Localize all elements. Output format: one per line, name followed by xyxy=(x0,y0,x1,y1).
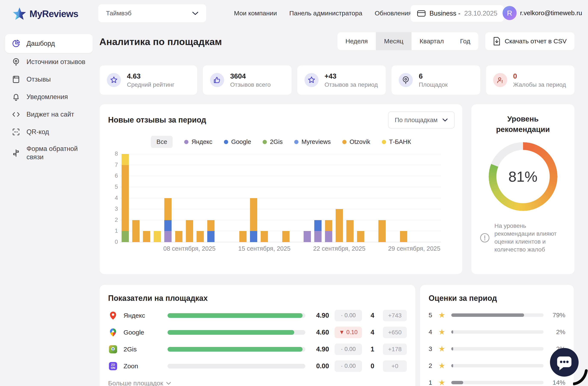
legend-dot xyxy=(382,140,386,144)
stat-card: +43Отзывов за период xyxy=(297,65,386,95)
platform-name: Google xyxy=(124,329,162,336)
stat-card: 0Жалобы за период xyxy=(486,65,575,95)
sidebar-item-qr-scan[interactable]: QR-код xyxy=(5,123,93,140)
plan-badge[interactable]: Business - 23.10.2025 xyxy=(411,5,504,22)
nav-link-admin-panel[interactable]: Панель администратора xyxy=(289,10,362,17)
rating-distribution-bar xyxy=(451,364,544,367)
rating-distribution-bar xyxy=(451,381,544,384)
rating-row-1-stars: 1★14% xyxy=(429,374,565,386)
sidebar-item-label: Уведомления xyxy=(26,93,68,101)
period-tab-год[interactable]: Год xyxy=(452,32,478,50)
legend-label: Яндекс xyxy=(191,138,212,145)
google-icon xyxy=(108,328,118,337)
platform-rating: 4.90 xyxy=(311,312,329,319)
legend-item-2gis[interactable]: 2Gis xyxy=(263,138,283,145)
gridline xyxy=(120,154,441,154)
period-tab-квартал[interactable]: Квартал xyxy=(412,32,452,50)
recommendation-note-text: На уровень рекомендации влияют оценки кл… xyxy=(494,222,567,254)
y-axis-tick: 0 xyxy=(115,239,118,245)
company-selector[interactable]: Таймвэб xyxy=(98,4,206,22)
platform-name: Zoon xyxy=(124,363,162,370)
y-axis-tick: 1 xyxy=(115,228,118,234)
platform-row-yandex: Яндекс4.90·0.004+743 xyxy=(108,307,407,324)
star-icon: ★ xyxy=(439,345,447,353)
platforms-rows: Яндекс4.90·0.004+743Google4.60▼0.104+650… xyxy=(108,307,407,374)
bar-segment-otzovik xyxy=(186,220,193,242)
2gis-icon xyxy=(108,344,118,354)
download-csv-button[interactable]: Скачать отчет в CSV xyxy=(485,32,575,50)
bar-segment-яндекс xyxy=(164,231,171,242)
legend-label: Google xyxy=(231,138,251,145)
star-icon: ★ xyxy=(439,379,447,386)
stat-value: 4.63 xyxy=(127,72,175,80)
nav-link-updates[interactable]: Обновления xyxy=(375,10,412,17)
legend-item-google[interactable]: Google xyxy=(224,138,251,145)
platform-row-2gis: 2Gis4.90·0.001+178 xyxy=(108,341,407,358)
bar-segment-т-банк xyxy=(154,231,161,242)
stat-card: 3604Отзывов всего xyxy=(203,65,292,95)
bar-segment-2gis xyxy=(122,231,129,242)
credit-card-icon xyxy=(417,10,426,17)
company-selector-value: Таймвэб xyxy=(106,10,131,17)
gridline xyxy=(120,165,441,165)
rating-bar xyxy=(168,347,305,352)
gridline xyxy=(120,176,441,176)
legend-item-otzovik[interactable]: Otzovik xyxy=(342,138,370,145)
legend-item-myreviews[interactable]: Myreviews xyxy=(294,138,331,145)
bar-segment-otzovik xyxy=(378,220,386,242)
plan-name: Business - xyxy=(429,10,461,17)
reviews-added-badge: +743 xyxy=(383,310,407,321)
sidebar-item-label: Дашборд xyxy=(26,39,55,48)
legend-item-яндекс[interactable]: Яндекс xyxy=(184,138,212,145)
nav-link-my-companies[interactable]: Мои компании xyxy=(234,10,277,17)
ratings-rows: 5★79%4★2%3★2%2★1★14% xyxy=(429,307,565,386)
sidebar-item-pie-chart[interactable]: Дашборд xyxy=(5,34,93,53)
legend-item-т-банк[interactable]: Т-БАНК xyxy=(382,138,411,145)
legend-filter-all[interactable]: Все xyxy=(151,136,173,148)
platform-name: Яндекс xyxy=(124,312,162,319)
stat-card: 4.63Средний рейтинг xyxy=(99,65,197,95)
more-platforms-link[interactable]: Больше площадок xyxy=(108,380,407,386)
download-csv-label: Скачать отчет в CSV xyxy=(505,38,567,45)
bar-segment-otzovik xyxy=(261,231,268,242)
bar-segment-otzovik xyxy=(132,220,140,242)
bar-segment-otzovik xyxy=(239,231,247,242)
star-icon: ★ xyxy=(439,311,447,319)
rating-bar xyxy=(168,330,305,335)
yandex-icon xyxy=(108,311,118,320)
star-count: 2 xyxy=(429,362,435,369)
user-email[interactable]: r.velkoro@timeweb.ru xyxy=(520,9,582,17)
sidebar-item-reviews-book[interactable]: Отзывы xyxy=(5,71,93,88)
rating-distribution-bar xyxy=(451,330,544,334)
reviews-count: 0 xyxy=(368,362,377,370)
sidebar-item-location-pin[interactable]: Источники отзывов xyxy=(5,53,93,70)
star-count: 4 xyxy=(429,328,435,336)
bar-segment-яндекс xyxy=(304,231,311,242)
stat-label: Площадок xyxy=(419,81,448,88)
group-by-dropdown[interactable]: По площадкам xyxy=(388,112,455,129)
chevron-down-icon xyxy=(166,382,171,385)
recommendation-title: Уровень рекомендации xyxy=(471,114,575,135)
sidebar-item-code[interactable]: Виджет на сайт xyxy=(5,106,93,123)
period-tab-неделя[interactable]: Неделя xyxy=(337,32,376,50)
legend-label: 2Gis xyxy=(270,138,283,145)
sidebar-item-label: QR-код xyxy=(26,128,49,136)
reviews-chart-card: Новые отзывы за период По площадкам ВсеЯ… xyxy=(99,104,462,274)
stat-value: 3604 xyxy=(230,72,271,80)
avatar[interactable]: R xyxy=(503,6,517,20)
legend-label: Otzovik xyxy=(350,138,370,145)
period-tab-месяц[interactable]: Месяц xyxy=(376,32,411,50)
rating-row-3-stars: 3★2% xyxy=(429,340,565,357)
bar-segment-otzovik xyxy=(143,231,150,242)
bar-segment-otzovik xyxy=(175,231,183,242)
sidebar-item-bell[interactable]: Уведомления xyxy=(5,88,93,105)
corner-arc-decoration xyxy=(573,368,588,386)
bar-segment-otzovik xyxy=(164,198,171,220)
sidebar-item-signpost[interactable]: Форма обратной связи xyxy=(5,141,93,165)
stats-row: 4.63Средний рейтинг3604Отзывов всего+43О… xyxy=(99,65,575,95)
reviews-added-badge: +178 xyxy=(383,344,407,355)
rating-row-2-stars: 2★ xyxy=(429,357,565,374)
y-axis-tick: 7 xyxy=(115,162,118,168)
chevron-down-icon xyxy=(192,11,198,15)
platforms-card: Показатели на площадках Яндекс4.90·0.004… xyxy=(99,285,416,386)
